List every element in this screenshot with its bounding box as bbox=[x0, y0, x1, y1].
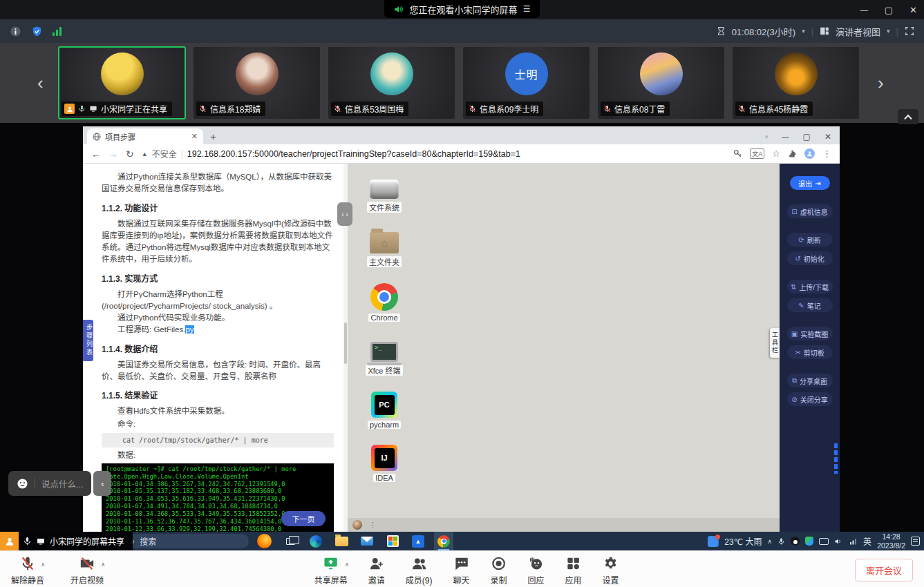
volume-icon[interactable] bbox=[834, 537, 843, 546]
new-tab-button[interactable]: + bbox=[210, 131, 216, 142]
profile-avatar[interactable] bbox=[804, 148, 815, 159]
start-video-button[interactable]: ∧ 开启视频 bbox=[70, 555, 104, 586]
emoji-icon[interactable] bbox=[17, 478, 28, 490]
vm-updown-button[interactable]: ⇅上传/下载 bbox=[787, 280, 833, 294]
tray-expand-icon[interactable]: ∧ bbox=[768, 538, 773, 545]
browser-tab[interactable]: 项目步骤 ✕ bbox=[87, 128, 203, 144]
scrollbar-thumb[interactable] bbox=[344, 323, 347, 364]
unmute-button[interactable]: ∧ 解除静音 bbox=[11, 555, 44, 586]
browser-menu-icon[interactable]: ⋮ bbox=[822, 148, 831, 159]
settings-button[interactable]: 设置 bbox=[603, 555, 619, 586]
close-button[interactable]: ✕ bbox=[909, 5, 917, 15]
url-text[interactable]: 192.168.200.157:50000/teacher/projectTra… bbox=[187, 149, 520, 159]
vm-share-desktop-button[interactable]: ⧉分享桌面 bbox=[787, 374, 833, 387]
back-icon[interactable]: ← bbox=[91, 148, 101, 160]
toolbar-tab[interactable]: 工具栏 bbox=[770, 328, 780, 358]
record-button[interactable]: 录制 bbox=[491, 555, 507, 586]
desktop-icon-pycharm[interactable]: PCpycharm bbox=[363, 392, 406, 429]
translate-icon[interactable]: 文A bbox=[750, 148, 764, 159]
tab-close-icon[interactable]: ✕ bbox=[191, 132, 198, 141]
tray-mic-icon[interactable] bbox=[777, 537, 785, 546]
network-icon[interactable] bbox=[849, 537, 858, 546]
pane-splitter-handle[interactable]: ‹› bbox=[337, 202, 352, 226]
vm-more-icon[interactable]: ⋮ bbox=[369, 521, 377, 530]
bookmark-star-icon[interactable]: ☆ bbox=[772, 148, 780, 159]
security-shield-icon[interactable] bbox=[805, 537, 813, 546]
chrome-taskbar-button[interactable] bbox=[434, 532, 453, 550]
participant-tile[interactable]: 信息系45杨静霞 bbox=[733, 47, 859, 119]
explorer-button[interactable] bbox=[332, 532, 351, 550]
share-caret-icon[interactable]: ∧ bbox=[345, 561, 349, 568]
clock[interactable]: 14:282023/8/2 bbox=[877, 532, 905, 550]
vm-info-button[interactable]: ⊡虚机信息 bbox=[787, 204, 833, 218]
fullscreen-icon[interactable] bbox=[905, 26, 914, 36]
tab-search-caret-icon[interactable]: ▾ bbox=[765, 133, 769, 140]
vm-exit-button[interactable]: 退出⇥ bbox=[790, 176, 830, 190]
participant-tile[interactable]: 士明 信息系09李士明 bbox=[463, 47, 590, 119]
store-button[interactable] bbox=[383, 532, 402, 550]
keyboard-icon[interactable] bbox=[819, 538, 829, 545]
apps-button[interactable]: 应用 bbox=[565, 555, 582, 586]
participant-tile[interactable]: 小宋同学正在共享 bbox=[59, 47, 185, 119]
leave-meeting-button[interactable]: 离开会议 bbox=[855, 559, 913, 581]
video-caret-icon[interactable]: ∧ bbox=[101, 561, 105, 568]
reactions-button[interactable]: 回应 bbox=[528, 555, 545, 586]
collapse-strip-button[interactable] bbox=[898, 109, 918, 124]
desktop-icon-terminal[interactable]: Xfce 终端 bbox=[363, 338, 406, 376]
mail-button[interactable] bbox=[357, 532, 377, 550]
participant-tile[interactable]: 信息系53周国梅 bbox=[328, 47, 455, 119]
info-icon[interactable] bbox=[10, 26, 21, 37]
security-label[interactable]: 不安全 bbox=[152, 148, 177, 160]
browser-maximize-icon[interactable]: ▢ bbox=[803, 132, 811, 142]
weather-app-icon[interactable] bbox=[708, 536, 719, 547]
reload-icon[interactable]: ↻ bbox=[126, 148, 134, 160]
vm-avatar[interactable] bbox=[352, 520, 362, 530]
maximize-button[interactable]: ▢ bbox=[885, 5, 893, 15]
vm-screenshot-button[interactable]: ▣实验截图 bbox=[787, 327, 833, 340]
chat-input[interactable]: 说点什么... bbox=[8, 471, 91, 496]
qq-icon[interactable] bbox=[791, 537, 800, 546]
weather-text[interactable]: 23℃ 大雨 bbox=[724, 535, 762, 547]
input-lang[interactable]: 英 bbox=[863, 535, 871, 547]
desktop-icon-home[interactable]: 主文件夹 bbox=[363, 229, 406, 267]
share-screen-button[interactable]: ∧ 共享屏幕 bbox=[314, 555, 348, 586]
remote-app-button[interactable]: ▲ bbox=[408, 532, 428, 550]
next-page-button[interactable]: 下一页 bbox=[281, 511, 326, 526]
vm-refresh-button[interactable]: ⟳刷新 bbox=[787, 233, 833, 247]
scroll-left-icon[interactable]: ‹ bbox=[37, 74, 44, 92]
desktop-icon-idea[interactable]: IJIDEA bbox=[363, 445, 406, 482]
vm-init-button[interactable]: ↺初始化 bbox=[787, 251, 833, 265]
signal-icon[interactable] bbox=[53, 27, 62, 36]
scroll-right-icon[interactable]: › bbox=[878, 74, 884, 92]
banner-menu-icon[interactable]: ☰ bbox=[523, 4, 531, 14]
task-view-button[interactable] bbox=[281, 532, 300, 550]
participant-tile[interactable]: 信息系18郑婧 bbox=[194, 47, 320, 119]
browser-close-icon[interactable]: ✕ bbox=[824, 132, 831, 142]
weather-widget-icon[interactable] bbox=[257, 534, 272, 548]
invite-button[interactable]: 邀请 bbox=[368, 555, 385, 586]
chat-collapse-button[interactable]: ‹ bbox=[93, 471, 111, 496]
steps-list-tab[interactable]: 步骤列表 bbox=[83, 320, 93, 361]
desktop-icon-chrome[interactable]: Chrome bbox=[363, 283, 406, 322]
forward-icon[interactable]: → bbox=[109, 148, 118, 160]
vm-clipboard-button[interactable]: ✂剪切板 bbox=[787, 345, 833, 359]
shield-check-icon[interactable] bbox=[31, 26, 43, 37]
minimize-button[interactable]: — bbox=[860, 6, 868, 14]
vm-notes-button[interactable]: ✎笔记 bbox=[787, 298, 833, 312]
view-mode-caret-icon[interactable]: ▾ bbox=[887, 28, 890, 35]
taskbar-search[interactable]: ⌕ 搜索 bbox=[123, 534, 249, 548]
desktop-icon-filesystem[interactable]: 文件系统 bbox=[363, 175, 406, 213]
participant-tile[interactable]: 信息系08丁雷 bbox=[598, 47, 724, 119]
browser-minimize-icon[interactable]: — bbox=[782, 133, 789, 141]
edge-button[interactable] bbox=[306, 532, 326, 550]
notification-center-icon[interactable] bbox=[911, 537, 920, 546]
key-icon[interactable] bbox=[733, 149, 742, 158]
vm-stop-share-button[interactable]: ⊘关闭分享 bbox=[787, 392, 833, 406]
extensions-icon[interactable] bbox=[788, 149, 797, 158]
view-mode[interactable]: 演讲者视图 bbox=[836, 25, 880, 38]
duration-caret-icon[interactable]: ▾ bbox=[802, 28, 805, 35]
mic-caret-icon[interactable]: ∧ bbox=[41, 561, 45, 568]
members-button[interactable]: 成员(9) bbox=[406, 555, 433, 586]
chat-button[interactable]: 聊天 bbox=[453, 555, 469, 586]
blue-scroll-indicator[interactable] bbox=[834, 443, 838, 474]
